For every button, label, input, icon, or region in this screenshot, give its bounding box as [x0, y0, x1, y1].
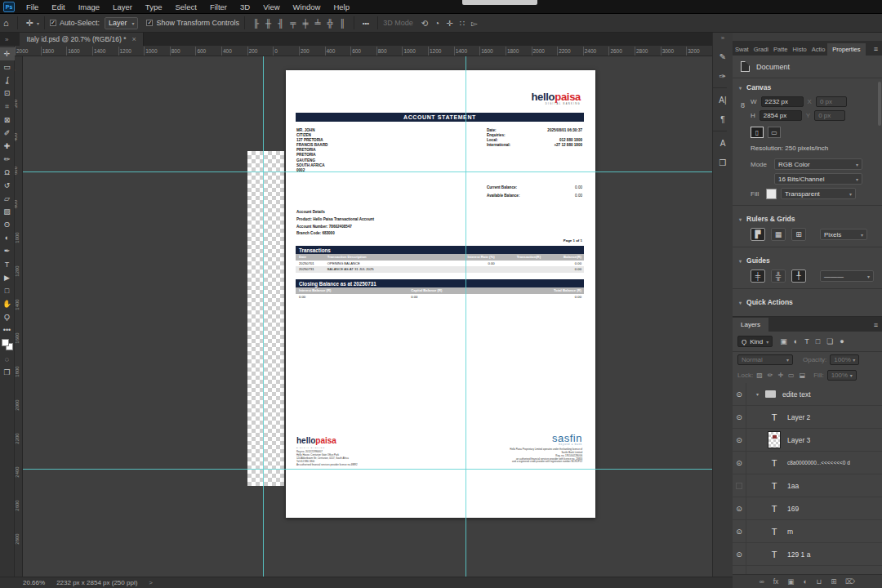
home-icon[interactable]: ⌂ — [0, 18, 12, 28]
guide-vertical-2[interactable] — [466, 56, 466, 577]
status-chevron-icon[interactable]: > — [149, 579, 153, 586]
panel-tab-properties[interactable]: Properties — [827, 43, 865, 56]
layer-effects-icon[interactable]: fx — [773, 577, 779, 586]
color-swatches[interactable] — [2, 339, 13, 350]
brush-tool[interactable]: ✏ — [0, 153, 15, 166]
3d-camera-icon[interactable]: ▻ — [471, 19, 478, 28]
menu-item-type[interactable]: Type — [139, 2, 169, 11]
guide-horizontal-1[interactable] — [23, 172, 712, 172]
brushes-icon[interactable]: ✑ — [713, 66, 733, 86]
color-mode-dropdown[interactable]: RGB Color▾ — [774, 158, 862, 170]
blur-tool[interactable]: ʘ — [0, 218, 15, 231]
lasso-tool[interactable]: ʆ — [0, 74, 15, 87]
crop-tool[interactable]: ⌗ — [0, 100, 15, 113]
visibility-toggle[interactable]: ⊙ — [733, 566, 746, 575]
edit-toolbar[interactable]: ••• — [0, 323, 15, 336]
move-tool-icon[interactable]: ✛ — [23, 18, 37, 29]
canvas-width-input[interactable]: 2232 px — [761, 96, 804, 107]
close-icon[interactable]: × — [131, 35, 136, 43]
quick-mask-icon[interactable]: ◌ — [0, 353, 15, 366]
visibility-toggle[interactable]: ⊙ — [733, 520, 746, 543]
path-selection-tool[interactable]: ▶ — [0, 271, 15, 284]
paragraph-panel-icon[interactable]: ¶ — [713, 109, 733, 129]
filter-adjustment-layers-icon[interactable]: ◐ — [794, 337, 798, 345]
align-middle-icon[interactable]: ╪ — [302, 19, 308, 28]
new-guide-icon[interactable]: ╪ — [751, 270, 765, 283]
filter-type-layers-icon[interactable]: T — [804, 337, 809, 345]
align-bottom-icon[interactable]: ╧ — [314, 19, 320, 28]
rulers-grids-header[interactable]: ▾Rulers & Grids — [733, 210, 882, 226]
marquee-tool[interactable]: ▭ — [0, 60, 15, 74]
layer-row[interactable]: ⊙T169 — [733, 497, 882, 520]
clone-stamp-tool[interactable]: Ω — [0, 166, 15, 179]
move-tool[interactable]: ✛ — [0, 47, 15, 60]
quick-actions-header[interactable]: ▾Quick Actions — [733, 293, 882, 310]
layer-row[interactable]: T1aa — [733, 474, 882, 497]
shape-tool[interactable]: □ — [0, 284, 15, 297]
fill-swatch[interactable] — [766, 189, 777, 199]
layer-row[interactable]: ⊙TLayer 2 — [733, 406, 882, 429]
guide-layout-icon[interactable]: ╬ — [771, 270, 786, 283]
lock-move-icon[interactable]: ✛ — [777, 372, 783, 379]
menu-item-select[interactable]: Select — [168, 2, 203, 11]
link-layers-icon[interactable]: ∞ — [760, 577, 764, 586]
layer-row[interactable]: ⊙▾edite text — [733, 383, 882, 406]
align-right-icon[interactable]: ╢ — [278, 19, 283, 28]
expand-panels-icon[interactable]: » — [721, 33, 724, 47]
menu-item-help[interactable]: Help — [327, 2, 356, 11]
document-tab[interactable]: Italy id.psd @ 20.7% (RGB/16) * × — [20, 33, 143, 46]
lock-paint-icon[interactable]: ✏ — [768, 372, 773, 379]
guide-from-shape-icon[interactable]: ╀ — [791, 270, 806, 283]
ruler-corner-icon[interactable]: ▛ — [751, 228, 765, 241]
filter-smart-objects-icon[interactable]: ❏ — [826, 337, 833, 345]
bit-depth-dropdown[interactable]: 16 Bits/Channel▾ — [774, 173, 862, 185]
glyphs-panel-icon[interactable]: A — [713, 133, 733, 153]
layers-tab[interactable]: Layers — [733, 318, 768, 332]
dodge-tool[interactable]: ◐ — [0, 231, 15, 244]
orientation-landscape-button[interactable]: ▭ — [768, 127, 781, 138]
frame-tool[interactable]: ⊠ — [0, 113, 15, 126]
new-group-icon[interactable]: ⊔ — [817, 577, 822, 586]
character-panel-icon[interactable]: A| — [713, 90, 733, 109]
visibility-toggle[interactable]: ⊙ — [733, 543, 746, 566]
panel-tab-histo[interactable]: Histo — [791, 43, 809, 56]
filter-pixel-layers-icon[interactable]: ▣ — [780, 337, 787, 345]
3d-slide-icon[interactable]: ∷ — [460, 19, 465, 28]
panel-menu-icon[interactable]: ≡ — [874, 45, 882, 56]
delete-layer-icon[interactable]: ⌦ — [845, 577, 855, 586]
canvas-height-input[interactable]: 2854 px — [760, 110, 802, 121]
kind-filter-dropdown[interactable]: Ϙ Kind▾ — [737, 336, 773, 347]
properties-scrollbar[interactable] — [878, 82, 881, 126]
units-dropdown[interactable]: Pixels▾ — [820, 229, 867, 240]
show-transform-checkbox[interactable]: ✓ — [146, 20, 153, 26]
visibility-toggle[interactable] — [733, 474, 746, 497]
fill-dropdown[interactable]: Transparent▾ — [781, 188, 856, 199]
pixel-grid-icon[interactable]: ⊞ — [791, 228, 806, 241]
guide-style-dropdown[interactable]: ———▾ — [820, 270, 874, 282]
more-options-icon[interactable]: ••• — [359, 20, 372, 27]
panel-tab-patte[interactable]: Patte — [771, 43, 791, 56]
guides-header[interactable]: ▾Guides — [733, 252, 882, 268]
zoom-level-field[interactable]: 20.66% — [23, 579, 45, 586]
visibility-toggle[interactable]: ⊙ — [733, 383, 746, 406]
panel-tab-gradi[interactable]: Gradi — [751, 43, 771, 56]
new-layer-icon[interactable]: ⊞ — [831, 577, 836, 586]
object-selection-tool[interactable]: ⊡ — [0, 87, 15, 100]
visibility-toggle[interactable]: ⊙ — [733, 429, 746, 452]
ruler-vertical[interactable]: 0200400600800100012001400160018002000220… — [15, 56, 23, 577]
document-page[interactable]: hellopaisa DIGITAL BANKING ACCOUNT STATE… — [286, 70, 595, 518]
canvas-section-header[interactable]: ▾Canvas — [733, 78, 882, 95]
lock-artboard-icon[interactable]: ▭ — [788, 372, 795, 379]
layer-mask-icon[interactable]: ▣ — [787, 577, 794, 586]
3d-roll-icon[interactable]: ◔ — [434, 19, 439, 28]
adjustment-layer-icon[interactable]: ◐ — [803, 577, 807, 586]
auto-select-checkbox[interactable]: ✓ — [50, 20, 56, 26]
menu-item-filter[interactable]: Filter — [203, 2, 234, 11]
menu-item-file[interactable]: File — [20, 2, 45, 11]
link-dimensions-icon[interactable]: 8 — [741, 101, 745, 109]
align-left-icon[interactable]: ╟ — [253, 19, 259, 28]
auto-select-target-dropdown[interactable]: Layer▾ — [105, 17, 139, 29]
layer-row[interactable]: ⊙Layer 3 — [733, 429, 882, 452]
menu-item-view[interactable]: View — [256, 2, 286, 11]
panel-tab-actio[interactable]: Actio — [809, 43, 828, 56]
